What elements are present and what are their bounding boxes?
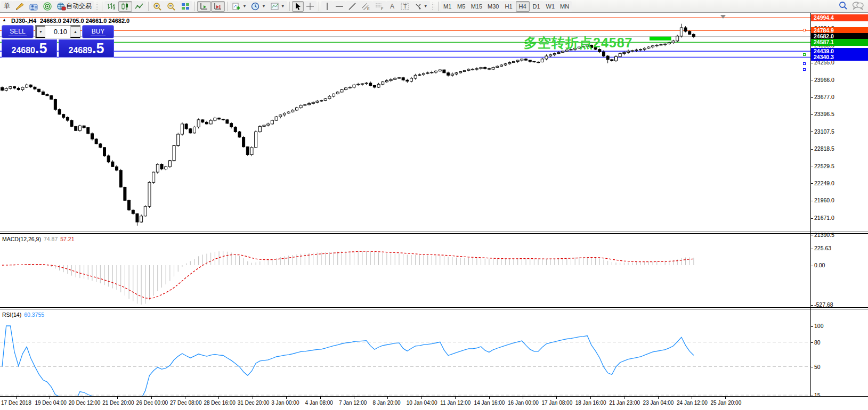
price-axis-tick: 23107.5 [811, 128, 868, 135]
line-handle[interactable] [803, 53, 806, 56]
bear-candle-body [160, 165, 163, 169]
trendline-button[interactable] [346, 1, 359, 12]
text-button[interactable]: A [386, 1, 398, 12]
signals-button[interactable] [40, 1, 54, 12]
bear-candle-body [132, 210, 134, 214]
collapse-panel-icon[interactable]: ▲ [2, 18, 6, 24]
svg-text:E: E [367, 7, 370, 11]
time-axis-tick [421, 397, 422, 399]
timeframe-button-w1[interactable]: W1 [543, 1, 558, 12]
accounts-button[interactable] [27, 1, 40, 12]
bear-candle-body [218, 118, 221, 119]
line-handle[interactable] [803, 68, 806, 71]
time-axis-label: 28 Dec 16:00 [204, 400, 236, 406]
time-axis[interactable]: 17 Dec 201819 Dec 04:0020 Dec 12:0021 De… [0, 397, 868, 410]
bear-candle-body [136, 214, 139, 222]
bar-chart-button[interactable] [104, 1, 118, 12]
chat-icon[interactable] [852, 1, 864, 12]
bull-candle-body [345, 88, 347, 89]
time-axis-tick [692, 397, 692, 399]
toolbar-separator [102, 2, 102, 11]
fibonacci-button[interactable]: F [372, 1, 386, 12]
zoom-in-button[interactable] [151, 1, 165, 12]
bull-candle-body [390, 79, 392, 80]
price-chart-canvas[interactable] [0, 13, 810, 232]
sell-button[interactable]: SELL [2, 25, 34, 38]
equidistant-channel-button[interactable]: E [359, 1, 372, 12]
buy-price-display[interactable]: 24689 .5 [59, 39, 114, 58]
timeframe-button-m1[interactable]: M1 [441, 1, 455, 12]
auto-scroll-button[interactable] [197, 1, 211, 12]
vertical-line-button[interactable] [321, 1, 333, 12]
timeframe-button-m30[interactable]: M30 [485, 1, 501, 12]
bull-candle-body [320, 101, 323, 101]
rsi-value: 60.3755 [24, 311, 44, 318]
timeframe-button-h1[interactable]: H1 [502, 1, 516, 12]
line-chart-button[interactable] [132, 1, 146, 12]
chart-annotation-text[interactable]: 多空转折点24587 [524, 34, 633, 52]
bull-candle-body [635, 50, 638, 51]
text-label-icon: T [400, 2, 410, 11]
timeframe-button-m15[interactable]: M15 [468, 1, 485, 12]
text-icon: A [388, 2, 396, 11]
bear-candle-body [38, 89, 40, 92]
time-axis-tick [253, 397, 253, 399]
candlestick-chart-button[interactable] [118, 1, 132, 12]
timeframe-button-m5[interactable]: M5 [455, 1, 468, 12]
bull-candle-body [680, 28, 683, 36]
bull-candle-body [324, 99, 327, 100]
styles-button[interactable] [13, 1, 27, 12]
arrows-button[interactable]: ▼ [412, 1, 430, 12]
volume-input[interactable]: 0.10 [45, 26, 70, 38]
buy-button-label: BUY [91, 28, 106, 36]
time-axis-label: 21 Dec 20:00 [102, 400, 134, 406]
chart-window[interactable]: ▲ DJ30-,H4 24663.0 24705.0 24661.0 24682… [0, 13, 868, 410]
bull-candle-body [312, 102, 314, 103]
volume-increase-button[interactable]: ▲ [70, 26, 80, 38]
buy-price-dec: .5 [92, 42, 104, 55]
sell-price-display[interactable]: 24680 .5 [2, 39, 57, 58]
line-handle[interactable] [803, 29, 806, 31]
price-scale[interactable]: 24824.524535.524255.023966.023677.023396… [811, 13, 868, 410]
bull-candle-body [357, 84, 360, 85]
bull-candle-body [353, 85, 355, 87]
line-handle[interactable] [803, 62, 806, 65]
timeframe-toolbar: M1M5M15M30H1H4D1W1MN [441, 1, 572, 12]
bear-candle-body [185, 124, 188, 129]
bull-candle-body [492, 68, 494, 69]
tile-windows-button[interactable] [179, 1, 192, 12]
time-axis-tick [624, 397, 624, 399]
bear-candle-body [234, 127, 237, 132]
autotrading-button[interactable]: 自动交易 [54, 1, 94, 12]
rsi-indicator-canvas[interactable] [0, 309, 810, 396]
bear-candle-body [533, 61, 536, 62]
timeframe-button-mn[interactable]: MN [557, 1, 572, 12]
bull-candle-body [304, 105, 306, 105]
rsi-line [2, 326, 694, 396]
symbol-search-icon[interactable] [838, 1, 848, 12]
zoom-out-button[interactable] [165, 1, 179, 12]
bull-candle-body [295, 108, 298, 110]
bull-candle-body [283, 113, 286, 114]
volume-decrease-button[interactable]: ▼ [36, 26, 45, 38]
zoom-out-icon [167, 2, 176, 11]
horizontal-line-button[interactable] [333, 1, 346, 12]
bull-candle-body [398, 78, 400, 78]
timeframe-button-h4[interactable]: H4 [516, 1, 530, 12]
timeframe-button-d1[interactable]: D1 [530, 1, 543, 12]
bull-candle-body [508, 63, 511, 64]
templates-button[interactable]: ▼ [268, 1, 287, 12]
new-order-button[interactable]: 单 [1, 1, 13, 12]
bull-candle-body [639, 50, 642, 50]
bear-candle-body [87, 128, 90, 134]
indicators-button[interactable]: ▼ [230, 1, 249, 12]
text-label-button[interactable]: T [398, 1, 412, 12]
price-axis-tick: 21390.5 [811, 232, 868, 238]
crosshair-button[interactable] [304, 1, 317, 12]
macd-indicator-canvas[interactable] [0, 234, 810, 307]
chart-shift-marker[interactable] [720, 15, 726, 19]
periods-button[interactable]: ▼ [249, 1, 268, 12]
cursor-button[interactable] [292, 1, 304, 12]
chart-shift-button[interactable] [211, 1, 225, 12]
buy-button[interactable]: BUY [82, 25, 114, 38]
